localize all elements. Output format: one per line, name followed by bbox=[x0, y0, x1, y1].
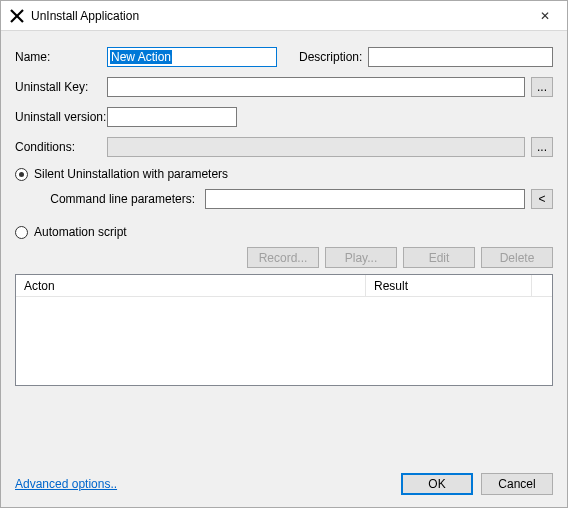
cmdline-params-insert-button[interactable]: < bbox=[531, 189, 553, 209]
uninstall-icon bbox=[9, 8, 25, 24]
uninstall-key-input[interactable] bbox=[107, 77, 525, 97]
title-bar: UnInstall Application bbox=[1, 1, 567, 31]
play-button[interactable]: Play... bbox=[325, 247, 397, 268]
uninstall-key-label: Uninstall Key: bbox=[15, 80, 107, 94]
advanced-options-link[interactable]: Advanced options.. bbox=[15, 477, 117, 491]
conditions-input[interactable] bbox=[107, 137, 525, 157]
conditions-label: Conditions: bbox=[15, 140, 107, 154]
silent-uninstall-radio[interactable] bbox=[15, 168, 28, 181]
description-input[interactable] bbox=[368, 47, 553, 67]
name-input-value: New Action bbox=[110, 50, 172, 64]
ok-button[interactable]: OK bbox=[401, 473, 473, 495]
table-header-end bbox=[532, 275, 552, 296]
cmdline-params-label: Command line parameters: bbox=[15, 192, 205, 206]
cancel-button[interactable]: Cancel bbox=[481, 473, 553, 495]
window-title: UnInstall Application bbox=[31, 9, 139, 23]
name-input[interactable]: New Action bbox=[107, 47, 277, 67]
uninstall-key-browse-button[interactable]: ... bbox=[531, 77, 553, 97]
silent-uninstall-label[interactable]: Silent Uninstallation with parameters bbox=[34, 167, 228, 181]
cmdline-params-input[interactable] bbox=[205, 189, 525, 209]
uninstall-version-input[interactable] bbox=[107, 107, 237, 127]
edit-button[interactable]: Edit bbox=[403, 247, 475, 268]
automation-script-radio[interactable] bbox=[15, 226, 28, 239]
table-body bbox=[16, 297, 552, 385]
uninstall-version-label: Uninstall version: bbox=[15, 110, 107, 124]
name-label: Name: bbox=[15, 50, 107, 64]
window-close-button[interactable] bbox=[523, 1, 567, 30]
table-header-result[interactable]: Result bbox=[366, 275, 532, 296]
automation-script-label[interactable]: Automation script bbox=[34, 225, 127, 239]
close-icon bbox=[540, 9, 550, 23]
description-label: Description: bbox=[299, 50, 362, 64]
record-button[interactable]: Record... bbox=[247, 247, 319, 268]
table-header: Acton Result bbox=[16, 275, 552, 297]
conditions-browse-button[interactable]: ... bbox=[531, 137, 553, 157]
dialog-content: Name: New Action Description: Uninstall … bbox=[1, 31, 567, 507]
table-header-acton[interactable]: Acton bbox=[16, 275, 366, 296]
automation-table[interactable]: Acton Result bbox=[15, 274, 553, 386]
delete-button[interactable]: Delete bbox=[481, 247, 553, 268]
